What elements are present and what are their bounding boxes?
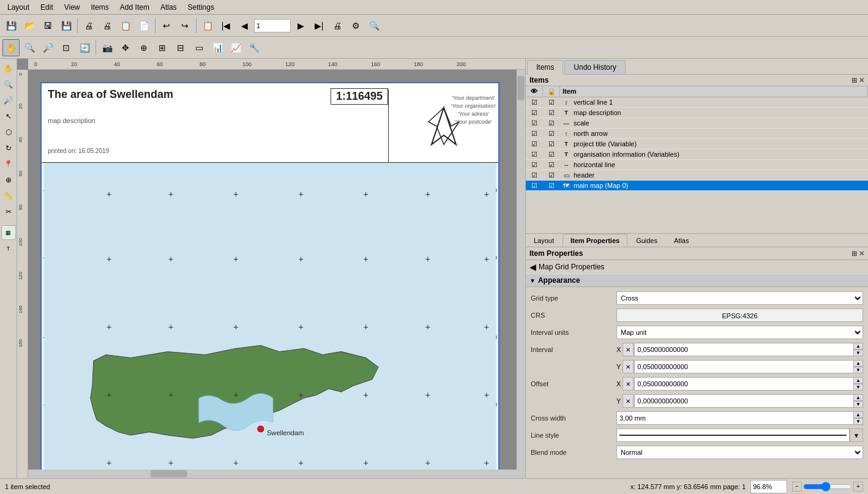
item-lock-2[interactable]: ☑ — [543, 119, 560, 127]
props-back-button[interactable]: ◀ — [529, 262, 536, 272]
cross-width-input[interactable] — [616, 411, 853, 425]
atlas-export-button[interactable]: 🔍 — [365, 17, 383, 34]
settings2-tool[interactable]: 🔧 — [245, 39, 263, 56]
ungroup-tool[interactable]: ⊟ — [172, 39, 189, 56]
interval-units-value[interactable]: Map unit Centimeters Millimeters — [616, 326, 863, 339]
new-button[interactable]: 💾 — [2, 17, 20, 34]
item-lock-6[interactable]: ☑ — [543, 161, 560, 169]
refresh-tool[interactable]: 🔄 — [76, 39, 93, 56]
lt-zoom-out[interactable]: 🔎 — [1, 93, 16, 108]
item-row-6[interactable]: ☑ ☑ ↔ horizontal line — [526, 160, 868, 170]
menu-edit[interactable]: Edit — [36, 2, 58, 13]
export-image-button[interactable]: 🖨 — [99, 17, 116, 34]
item-lock-4[interactable]: ☑ — [543, 140, 560, 148]
lt-node[interactable]: ⬡ — [1, 125, 16, 140]
blend-mode-select[interactable]: Normal Multiply Screen Overlay — [616, 446, 863, 459]
props-tab-item-properties[interactable]: Item Properties — [563, 234, 627, 247]
offset-y-up[interactable]: ▲ — [853, 394, 863, 401]
interval-x-input[interactable] — [634, 343, 853, 356]
menu-items[interactable]: Items — [86, 2, 114, 13]
chart-tool[interactable]: 📊 — [209, 39, 226, 56]
print-button[interactable]: 🖨 — [80, 17, 97, 34]
item-row-3[interactable]: ☑ ☑ ↑ north arrow — [526, 129, 868, 139]
item-row-8[interactable]: ☑ ☑ 🗺 main map (Map 0) — [526, 181, 868, 191]
atlas-print-button[interactable]: 🖨 — [329, 17, 346, 34]
save-button[interactable]: 🖫 — [39, 17, 56, 34]
lt-pin[interactable]: 📍 — [1, 157, 16, 171]
zoom-slider[interactable] — [803, 482, 852, 492]
atlas-preview-button[interactable]: 📋 — [199, 17, 216, 34]
interval-x-clear[interactable]: ✕ — [623, 343, 634, 356]
offset-y-input[interactable] — [634, 394, 853, 408]
export-svg-button[interactable]: 📋 — [117, 17, 134, 34]
zoom-input[interactable] — [750, 480, 787, 493]
line-style-value[interactable]: ▼ — [616, 429, 863, 442]
interval-y-clear[interactable]: ✕ — [623, 360, 634, 373]
atlas-first-button[interactable]: |◀ — [217, 17, 234, 34]
zoom-out-btn[interactable]: − — [792, 482, 802, 492]
item-vis-1[interactable]: ☑ — [526, 109, 543, 117]
atlas-prev-button[interactable]: ◀ — [236, 17, 253, 34]
blend-mode-value[interactable]: Normal Multiply Screen Overlay — [616, 446, 863, 459]
item-lock-1[interactable]: ☑ — [543, 109, 560, 117]
lt-ruler[interactable]: 📏 — [1, 189, 16, 203]
atlas-next-button[interactable]: ▶ — [292, 17, 309, 34]
item-lock-0[interactable]: ☑ — [543, 99, 560, 107]
props-float-icon[interactable]: ⊞ — [851, 250, 857, 258]
item-lock-7[interactable]: ☑ — [543, 171, 560, 179]
vscroll-thumb[interactable] — [517, 76, 525, 100]
offset-y-down[interactable]: ▼ — [853, 401, 863, 408]
props-tab-guides[interactable]: Guides — [628, 234, 665, 247]
lt-resize[interactable]: ⊕ — [1, 173, 16, 187]
offset-x-clear[interactable]: ✕ — [623, 377, 634, 391]
redo-button[interactable]: ↪ — [176, 17, 193, 34]
atlas-page-input[interactable]: 1 — [254, 19, 291, 32]
offset-x-up[interactable]: ▲ — [853, 377, 863, 384]
cross-width-up[interactable]: ▲ — [853, 411, 863, 418]
items-table[interactable]: ☑ ☑ ↕ vertical line 1 ☑ ☑ T map descript… — [526, 97, 868, 233]
item-row-2[interactable]: ☑ ☑ — scale — [526, 118, 868, 129]
item-row-1[interactable]: ☑ ☑ T map description — [526, 108, 868, 118]
menu-settings[interactable]: Settings — [183, 2, 219, 13]
offset-y-clear[interactable]: ✕ — [623, 394, 634, 408]
saveas-button[interactable]: 💾 — [58, 17, 75, 34]
menu-add-item[interactable]: Add Item — [115, 2, 154, 13]
tab-undo-history[interactable]: Undo History — [564, 60, 625, 74]
interval-x-up[interactable]: ▲ — [853, 343, 863, 350]
item-row-4[interactable]: ☑ ☑ T project title (Variable) — [526, 139, 868, 149]
zoom-full-tool[interactable]: ⊡ — [58, 39, 75, 56]
items-panel-close-icon[interactable]: ✕ — [859, 77, 864, 84]
item-vis-0[interactable]: ☑ — [526, 99, 543, 107]
menu-atlas[interactable]: Atlas — [155, 2, 182, 13]
lt-label[interactable]: T — [1, 241, 16, 256]
select-tool[interactable]: 📷 — [99, 39, 116, 56]
lt-zoom-in[interactable]: 🔍 — [1, 77, 16, 92]
item-vis-2[interactable]: ☑ — [526, 119, 543, 127]
zoom-in-btn[interactable]: + — [853, 482, 863, 492]
item-vis-4[interactable]: ☑ — [526, 140, 543, 148]
export-pdf-button[interactable]: 📄 — [135, 17, 152, 34]
grid-type-select[interactable]: Cross Solid Frame and annotations only — [616, 291, 863, 305]
interval-units-select[interactable]: Map unit Centimeters Millimeters — [616, 326, 863, 339]
canvas-wrapper[interactable]: 0 20 40 60 80 100 120 140 160 180 200 0 … — [17, 59, 525, 478]
cross-width-down[interactable]: ▼ — [853, 418, 863, 425]
props-close-icon[interactable]: ✕ — [859, 250, 864, 258]
lt-layers[interactable]: ▦ — [1, 225, 16, 240]
item-vis-7[interactable]: ☑ — [526, 171, 543, 179]
atlas-settings-button[interactable]: ⚙ — [347, 17, 364, 34]
items-panel-float-icon[interactable]: ⊞ — [851, 77, 857, 84]
props-tab-layout[interactable]: Layout — [526, 234, 562, 247]
item-vis-6[interactable]: ☑ — [526, 161, 543, 169]
grid-type-value[interactable]: Cross Solid Frame and annotations only — [616, 291, 863, 305]
item-row-5[interactable]: ☑ ☑ T organisation information (Variable… — [526, 149, 868, 160]
move-tool[interactable]: ✥ — [117, 39, 134, 56]
offset-x-input[interactable] — [634, 377, 853, 391]
tab-items[interactable]: Items — [527, 60, 563, 75]
interval-y-up[interactable]: ▲ — [853, 360, 863, 367]
graph-tool[interactable]: 📈 — [227, 39, 244, 56]
item-lock-8[interactable]: ☑ — [543, 182, 560, 190]
group-tool[interactable]: ⊞ — [154, 39, 171, 56]
open-button[interactable]: 📂 — [21, 17, 38, 34]
line-style-button[interactable]: ▼ — [850, 429, 863, 442]
lt-scissors[interactable]: ✂ — [1, 204, 16, 219]
